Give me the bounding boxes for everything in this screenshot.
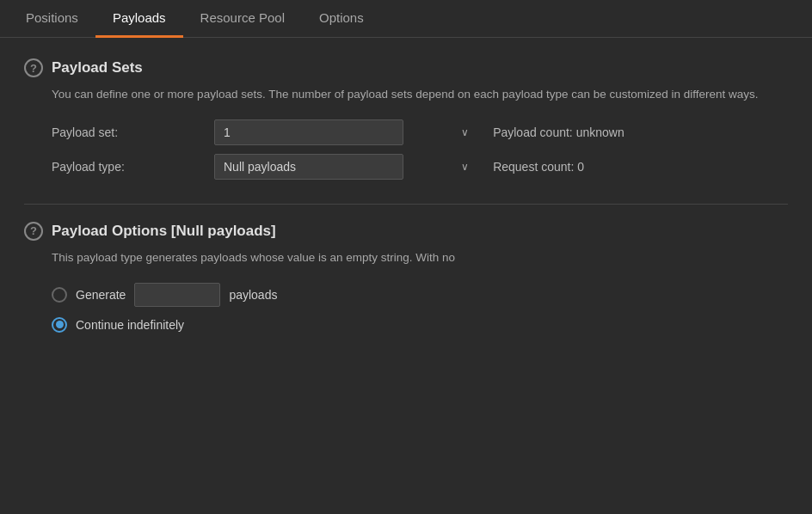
payload-set-select[interactable]: 1 2 3 [214,119,403,145]
generate-radio-label: Generate [76,288,126,302]
continue-radio-label: Continue indefinitely [76,318,184,332]
request-count-stat: Request count: 0 [493,160,698,174]
continue-radio-option[interactable]: Continue indefinitely [52,317,788,333]
payloads-suffix: payloads [229,288,277,302]
payload-count-stat: Payload count: unknown [493,125,698,139]
payload-options-help-icon[interactable]: ? [24,222,43,241]
payload-sets-description: You can define one or more payload sets.… [24,86,788,104]
section-divider [24,204,788,205]
generate-radio-option[interactable]: Generate payloads [52,283,788,307]
payload-sets-header: ? Payload Sets [24,58,788,77]
payload-options-section: ? Payload Options [Null payloads] This p… [24,222,788,333]
payload-sets-title: Payload Sets [52,59,143,76]
payload-options-header: ? Payload Options [Null payloads] [24,222,788,241]
payload-set-label: Payload set: [52,125,199,139]
payload-type-select[interactable]: Null payloads Simple list Runtime file C… [214,154,403,180]
payload-options-title: Payload Options [Null payloads] [52,223,276,240]
tab-positions[interactable]: Positions [9,0,95,38]
payload-type-select-wrapper: Null payloads Simple list Runtime file C… [214,154,477,180]
generate-radio-circle [52,287,67,303]
payload-sets-section: ? Payload Sets You can define one or mor… [24,58,788,180]
tab-payloads[interactable]: Payloads [95,0,183,38]
payload-options-radio-group: Generate payloads Continue indefinitely [24,283,788,333]
generate-count-input[interactable] [134,283,220,307]
payload-type-label: Payload type: [52,160,199,174]
payload-sets-form: Payload set: 1 2 3 Payload count: unknow… [24,119,788,180]
continue-radio-circle [52,317,67,333]
payload-set-select-wrapper: 1 2 3 [214,119,477,145]
tab-resource-pool[interactable]: Resource Pool [183,0,302,38]
main-content: ? Payload Sets You can define one or mor… [0,38,812,377]
tab-bar: Positions Payloads Resource Pool Options [0,0,812,38]
payload-options-description: This payload type generates payloads who… [24,249,788,267]
tab-options[interactable]: Options [302,0,381,38]
payload-sets-help-icon[interactable]: ? [24,58,43,77]
